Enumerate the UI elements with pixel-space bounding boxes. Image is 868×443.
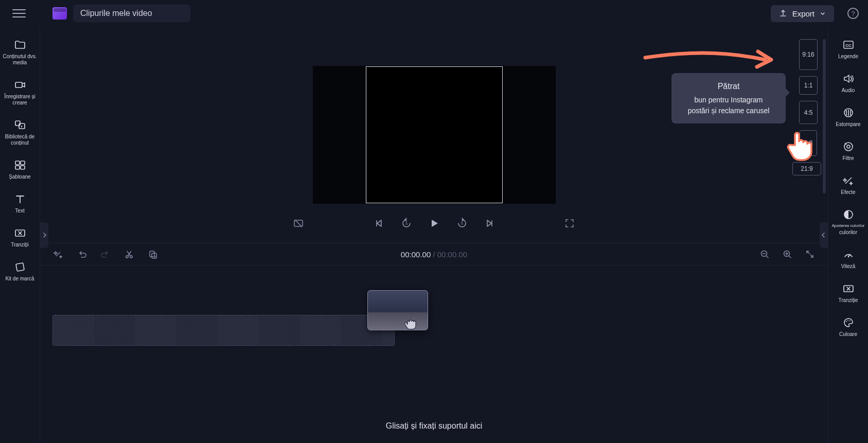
fullscreen-button[interactable] (563, 217, 576, 229)
redo-button[interactable] (100, 249, 111, 260)
project-title-input[interactable] (73, 5, 190, 22)
sidebar-item-transitions[interactable]: Tranziții (0, 222, 40, 256)
split-button[interactable] (123, 249, 135, 260)
aspect-ratio-panel: 9:16 1:1 4:5 2:3 21:9 (796, 39, 821, 175)
left-sidebar: Conținutul dvs. media Înregistrare și cr… (0, 27, 40, 443)
svg-rect-4 (21, 161, 25, 165)
sidebar-item-label: Tranziție (839, 297, 858, 304)
sidebar-item-label: Șabloane (9, 174, 30, 180)
sidebar-item-fade[interactable]: Estompare (828, 102, 868, 136)
sidebar-item-color-adjust[interactable]: Ajustarea culorilor culorilor (828, 204, 868, 244)
auto-enhance-button[interactable] (52, 249, 64, 260)
preview-canvas[interactable] (366, 66, 503, 203)
sidebar-item-brand-kit[interactable]: Kit de marcă (0, 256, 40, 290)
sidebar-item-label: Text (15, 208, 24, 214)
tooltip-line: bun pentru Instagram (681, 95, 776, 105)
export-label: Export (792, 9, 814, 18)
svg-text:5: 5 (461, 222, 463, 225)
sidebar-item-record[interactable]: Înregistrare și creare (0, 74, 40, 114)
tooltip-title: Pătrat (681, 80, 776, 93)
export-button[interactable]: Export (771, 5, 834, 22)
filters-icon (842, 141, 855, 152)
captions-icon: CC (842, 39, 855, 50)
collapse-right-handle[interactable] (820, 222, 828, 248)
duplicate-button[interactable] (147, 249, 158, 260)
sidebar-item-captions[interactable]: CC Legende (828, 34, 868, 68)
annotation-arrow-icon (643, 44, 776, 75)
fit-timeline-button[interactable] (804, 249, 816, 260)
timeline-drop-zone[interactable] (52, 315, 395, 346)
tooltip-line: postări și reclame carusel (681, 105, 776, 116)
zoom-out-button[interactable] (759, 249, 770, 260)
sidebar-item-label: Legende (838, 54, 858, 60)
dragging-media-clip[interactable] (367, 290, 428, 330)
svg-point-27 (846, 321, 847, 322)
sidebar-item-transition[interactable]: Tranziție (828, 278, 868, 312)
sidebar-item-audio[interactable]: Audio (828, 68, 868, 102)
svg-point-29 (849, 320, 851, 321)
grab-hand-icon (403, 315, 419, 332)
aspect-ratio-9-16[interactable]: 9:16 (799, 39, 818, 70)
aspect-ratio-4-5[interactable]: 4:5 (799, 101, 818, 124)
total-time: 00:00.00 (437, 250, 467, 259)
aspect-ratio-2-3[interactable]: 2:3 (800, 130, 817, 156)
svg-rect-3 (15, 161, 20, 165)
preview-canvas-bg (313, 66, 556, 204)
center-column: 5 5 9:16 1:1 4:5 2:3 (40, 27, 828, 443)
menu-button[interactable] (12, 8, 26, 19)
camera-icon (14, 79, 26, 91)
player-controls: 5 5 (40, 213, 828, 234)
sidebar-item-color[interactable]: Culoare (828, 312, 868, 346)
sidebar-item-label: Bibliotecă de conținut (2, 134, 38, 146)
main-area: Conținutul dvs. media Înregistrare și cr… (0, 27, 868, 443)
safe-zone-toggle[interactable] (292, 217, 305, 229)
sidebar-item-label: Conținutul dvs. media (2, 54, 38, 66)
svg-rect-0 (15, 82, 22, 87)
skip-start-button[interactable] (373, 217, 385, 229)
sidebar-item-label: Efecte (841, 189, 855, 196)
forward-5-button[interactable]: 5 (456, 217, 468, 229)
zoom-in-button[interactable] (782, 249, 793, 260)
svg-rect-8 (15, 263, 24, 271)
sidebar-item-label: Ajustarea culorilor (831, 223, 864, 228)
sidebar-item-text[interactable]: Text (0, 188, 40, 222)
timeline-body[interactable]: Glisați și fixați suportul aici (40, 265, 828, 443)
sidebar-item-templates[interactable]: Șabloane (0, 154, 40, 188)
speed-icon (842, 249, 855, 260)
sidebar-item-filters[interactable]: Filtre (828, 136, 868, 170)
aspect-scrollbar[interactable] (823, 39, 826, 193)
svg-point-23 (847, 145, 850, 148)
undo-button[interactable] (76, 249, 87, 260)
sidebar-item-speed[interactable]: Viteză (828, 244, 868, 278)
current-time: 00:00.00 (401, 250, 431, 259)
transitions-icon (14, 227, 26, 239)
play-button[interactable] (428, 217, 440, 229)
timeline-time-display: 00:00.00 / 00:00.00 (401, 250, 467, 259)
audio-icon (842, 73, 855, 84)
svg-text:CC: CC (845, 43, 852, 48)
time-separator: / (431, 250, 437, 259)
sidebar-item-label: Culoare (839, 331, 857, 338)
aspect-ratio-1-1[interactable]: 1:1 (799, 76, 818, 95)
sidebar-item-effects[interactable]: Efecte (828, 170, 868, 204)
transition-icon (842, 283, 855, 294)
timeline-toolbar: 00:00.00 / 00:00.00 (40, 243, 828, 265)
sidebar-item-label: Estompare (836, 121, 860, 128)
brand-kit-icon (14, 261, 26, 273)
folder-icon (14, 39, 26, 50)
sidebar-item-library[interactable]: Bibliotecă de conținut (0, 114, 40, 154)
help-button[interactable]: ? (847, 8, 859, 19)
sidebar-item-label-2: culorilor (839, 229, 857, 236)
svg-point-25 (847, 256, 849, 257)
rewind-5-button[interactable]: 5 (400, 217, 413, 229)
library-icon (14, 119, 26, 131)
svg-rect-6 (21, 166, 25, 169)
effects-icon (842, 175, 855, 186)
palette-icon (842, 317, 855, 328)
svg-text:5: 5 (405, 222, 408, 225)
sidebar-item-media[interactable]: Conținutul dvs. media (0, 34, 40, 74)
aspect-ratio-21-9[interactable]: 21:9 (792, 162, 821, 175)
color-adjust-icon (842, 209, 855, 220)
skip-end-button[interactable] (484, 217, 496, 229)
svg-rect-5 (15, 166, 20, 169)
